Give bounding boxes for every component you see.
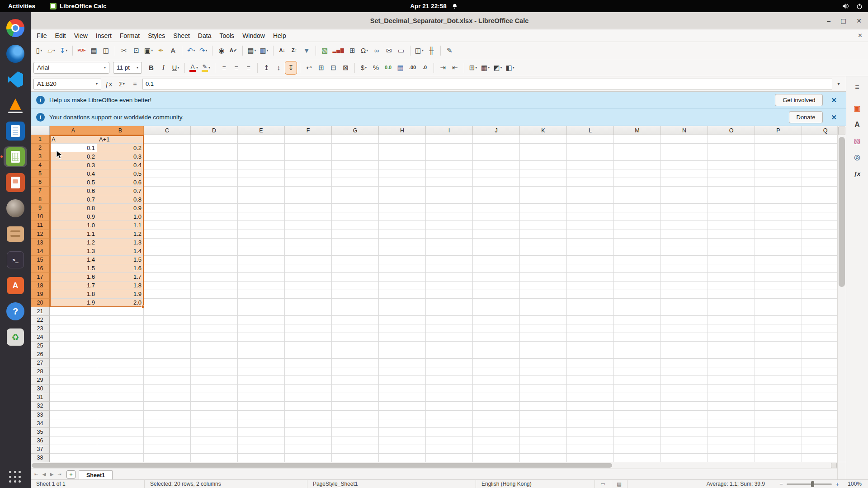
- cell-C19[interactable]: [144, 290, 191, 299]
- cell-A22[interactable]: [50, 316, 97, 324]
- cell-A32[interactable]: [50, 402, 97, 410]
- cell-P15[interactable]: [755, 256, 802, 264]
- cell-C30[interactable]: [144, 385, 191, 393]
- cell-J22[interactable]: [473, 316, 520, 324]
- cell-F24[interactable]: [285, 333, 332, 342]
- cell-K13[interactable]: [520, 239, 567, 247]
- cell-D4[interactable]: [191, 161, 238, 169]
- cell-B35[interactable]: [97, 428, 144, 436]
- cell-C33[interactable]: [144, 411, 191, 419]
- cell-N26[interactable]: [661, 350, 708, 359]
- cell-B31[interactable]: [97, 393, 144, 402]
- cell-D8[interactable]: [191, 195, 238, 204]
- headers-and-footers-button[interactable]: ▭: [396, 44, 407, 57]
- cell-D2[interactable]: [191, 144, 238, 152]
- cell-Q14[interactable]: [802, 247, 837, 256]
- cell-G8[interactable]: [332, 195, 379, 204]
- cell-D36[interactable]: [191, 436, 238, 445]
- cell-L32[interactable]: [567, 402, 614, 410]
- cell-P26[interactable]: [755, 350, 802, 359]
- cell-E30[interactable]: [238, 385, 285, 393]
- cell-B11[interactable]: 1.1: [97, 221, 144, 230]
- column-header-E[interactable]: E: [238, 126, 285, 135]
- row-header-32[interactable]: 32: [31, 402, 50, 410]
- cell-I11[interactable]: [426, 221, 473, 230]
- cell-P13[interactable]: [755, 239, 802, 247]
- cell-B9[interactable]: 0.9: [97, 204, 144, 212]
- cell-Q21[interactable]: [802, 307, 837, 316]
- cell-O33[interactable]: [708, 411, 755, 419]
- cell-L20[interactable]: [567, 299, 614, 307]
- cell-O38[interactable]: [708, 454, 755, 462]
- cell-J19[interactable]: [473, 290, 520, 299]
- cell-I29[interactable]: [426, 376, 473, 385]
- cell-I16[interactable]: [426, 264, 473, 273]
- clock[interactable]: Apr 21 22:58: [410, 3, 458, 9]
- cell-B23[interactable]: [97, 324, 144, 333]
- cell-L18[interactable]: [567, 282, 614, 290]
- cell-M20[interactable]: [614, 299, 661, 307]
- cell-K5[interactable]: [520, 169, 567, 178]
- document-modified-indicator[interactable]: ▤: [611, 480, 627, 488]
- cell-Q33[interactable]: [802, 411, 837, 419]
- cell-H8[interactable]: [379, 195, 426, 204]
- cell-J17[interactable]: [473, 273, 520, 282]
- cell-A16[interactable]: 1.5: [50, 264, 97, 273]
- last-sheet-button[interactable]: ⇥: [56, 472, 63, 477]
- cell-G13[interactable]: [332, 239, 379, 247]
- insert-comment-button[interactable]: ✉: [383, 44, 395, 57]
- cell-Q16[interactable]: [802, 264, 837, 273]
- cell-I34[interactable]: [426, 419, 473, 428]
- cell-O6[interactable]: [708, 178, 755, 187]
- redo-button[interactable]: ↷▾: [198, 44, 209, 57]
- row-header-11[interactable]: 11: [31, 221, 50, 230]
- vertical-scrollbar-track[interactable]: [838, 136, 846, 462]
- cell-M3[interactable]: [614, 152, 661, 161]
- cell-L26[interactable]: [567, 350, 614, 359]
- cell-I21[interactable]: [426, 307, 473, 316]
- cell-H13[interactable]: [379, 239, 426, 247]
- row-header-20[interactable]: 20: [31, 299, 50, 307]
- cell-L30[interactable]: [567, 385, 614, 393]
- cell-O37[interactable]: [708, 445, 755, 454]
- cell-N29[interactable]: [661, 376, 708, 385]
- row-header-6[interactable]: 6: [31, 178, 50, 187]
- cell-C17[interactable]: [144, 273, 191, 282]
- cell-M1[interactable]: [614, 135, 661, 144]
- infobar-close-icon[interactable]: ✕: [827, 113, 840, 122]
- cell-M18[interactable]: [614, 282, 661, 290]
- expand-formula-bar-button[interactable]: ▾: [834, 81, 843, 86]
- cell-J31[interactable]: [473, 393, 520, 402]
- cell-B12[interactable]: 1.2: [97, 230, 144, 239]
- unmerge-cells-button[interactable]: ⊠: [340, 61, 351, 74]
- cell-N22[interactable]: [661, 316, 708, 324]
- cell-H22[interactable]: [379, 316, 426, 324]
- cell-A19[interactable]: 1.8: [50, 290, 97, 299]
- cell-C32[interactable]: [144, 402, 191, 410]
- cell-A11[interactable]: 1.0: [50, 221, 97, 230]
- cell-H27[interactable]: [379, 359, 426, 367]
- row-header-27[interactable]: 27: [31, 359, 50, 367]
- cell-P32[interactable]: [755, 402, 802, 410]
- export-pdf-button[interactable]: PDF: [76, 44, 87, 57]
- cell-L10[interactable]: [567, 212, 614, 221]
- cell-Q19[interactable]: [802, 290, 837, 299]
- cell-I1[interactable]: [426, 135, 473, 144]
- row-header-33[interactable]: 33: [31, 411, 50, 419]
- menu-data[interactable]: Data: [194, 31, 216, 41]
- cell-C11[interactable]: [144, 221, 191, 230]
- row-header-29[interactable]: 29: [31, 376, 50, 385]
- cell-H11[interactable]: [379, 221, 426, 230]
- freeze-rows-and-columns-button[interactable]: ◫▾: [414, 44, 425, 57]
- cell-M12[interactable]: [614, 230, 661, 239]
- cell-J16[interactable]: [473, 264, 520, 273]
- cell-Q28[interactable]: [802, 367, 837, 376]
- underline-button[interactable]: U▾: [170, 61, 181, 74]
- cell-F13[interactable]: [285, 239, 332, 247]
- dock-item-impress[interactable]: [4, 172, 27, 193]
- dock-item-terminal[interactable]: >_: [4, 249, 27, 270]
- cell-G2[interactable]: [332, 144, 379, 152]
- cell-B5[interactable]: 0.5: [97, 169, 144, 178]
- horizontal-scrollbar[interactable]: [31, 462, 837, 469]
- cell-I32[interactable]: [426, 402, 473, 410]
